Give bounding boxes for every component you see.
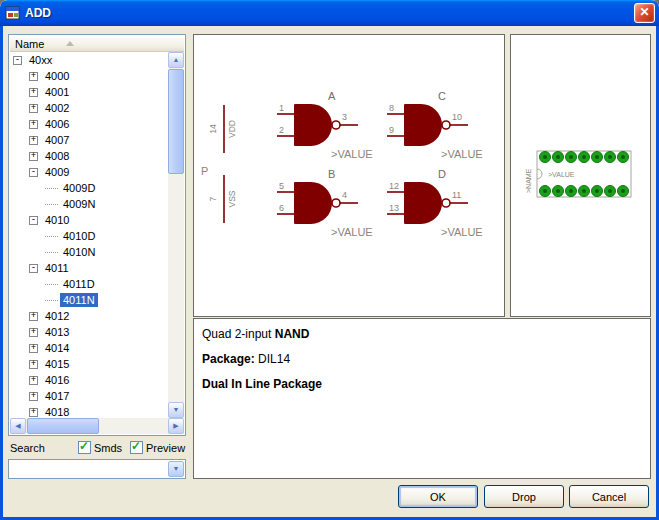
description-line-3: Dual In Line Package [202,377,642,391]
tree-item-4010D[interactable]: 4010D [10,228,168,244]
tree-item-label[interactable]: 4010 [42,213,72,227]
expand-toggle-icon[interactable]: + [29,120,38,129]
tree-item-4007[interactable]: +4007 [10,132,168,148]
tree-item-4016[interactable]: +4016 [10,372,168,388]
checkmark-icon: ✓ [131,439,141,453]
tree-item-4014[interactable]: +4014 [10,340,168,356]
tree-item-40xx[interactable]: -40xx [10,52,168,68]
tree-item-label[interactable]: 4011N [60,293,98,307]
tree-item-label[interactable]: 4013 [42,325,72,339]
ok-button[interactable]: OK [398,485,478,508]
search-combobox[interactable]: ▼ [8,459,186,479]
collapse-toggle-icon[interactable]: - [29,264,38,273]
collapse-toggle-icon[interactable]: - [29,216,38,225]
tree-item-4010N[interactable]: 4010N [10,244,168,260]
dialog-icon [5,5,21,21]
tree-item-4018[interactable]: +4018 [10,404,168,418]
pad-hole [608,155,612,159]
tree-item-label[interactable]: 4002 [42,101,72,115]
titlebar[interactable]: ADD ✕ [0,0,659,26]
tree-item-4011N[interactable]: 4011N [10,292,168,308]
svg-text:5: 5 [279,181,284,191]
expand-toggle-icon[interactable]: + [29,392,38,401]
horizontal-scrollbar[interactable]: ◀ ▶ [10,418,184,434]
pad-hole [582,155,586,159]
tree-item-label[interactable]: 4000 [42,69,72,83]
tree-item-4015[interactable]: +4015 [10,356,168,372]
vertical-scroll-thumb[interactable] [168,69,184,174]
tree-item-label[interactable]: 4009 [42,165,72,179]
tree-item-label[interactable]: 4016 [42,373,72,387]
tree-item-label[interactable]: 4008 [42,149,72,163]
collapse-toggle-icon[interactable]: - [29,168,38,177]
tree-item-label[interactable]: 4007 [42,133,72,147]
scroll-down-button[interactable]: ▼ [168,402,184,418]
expand-toggle-icon[interactable]: + [29,376,38,385]
vertical-scrollbar[interactable]: ▲ ▼ [168,52,184,418]
svg-text:A: A [328,90,336,102]
tree-item-4000[interactable]: +4000 [10,68,168,84]
tree-item-4006[interactable]: +4006 [10,116,168,132]
svg-text:>VALUE: >VALUE [331,226,373,238]
tree-item-4009N[interactable]: 4009N [10,196,168,212]
tree-item-label[interactable]: 4009D [60,181,98,195]
tree-item-label[interactable]: 4014 [42,341,72,355]
tree-item-4012[interactable]: +4012 [10,308,168,324]
tree-item-4010[interactable]: -4010 [10,212,168,228]
svg-text:6: 6 [279,203,284,213]
tree-item-4001[interactable]: +4001 [10,84,168,100]
scroll-up-button[interactable]: ▲ [168,52,184,68]
tree-item-label[interactable]: 4010D [60,229,98,243]
close-button[interactable]: ✕ [634,3,655,23]
tree-item-label[interactable]: 40xx [26,53,55,67]
expand-toggle-icon[interactable]: + [29,344,38,353]
tree-item-label[interactable]: 4010N [60,245,98,259]
tree-item-4002[interactable]: +4002 [10,100,168,116]
column-header-name[interactable]: Name [10,36,184,52]
pad-hole [608,189,612,193]
combo-dropdown-button[interactable]: ▼ [168,461,184,477]
power-pin-symbol: 14 VDD 7 VSS P [201,105,237,223]
scroll-right-button[interactable]: ▶ [168,418,184,434]
tree-item-4009D[interactable]: 4009D [10,180,168,196]
search-input[interactable] [9,460,167,478]
drop-button[interactable]: Drop [484,485,564,508]
svg-text:9: 9 [389,125,394,135]
expand-toggle-icon[interactable]: + [29,312,38,321]
tree-item-label[interactable]: 4015 [42,357,72,371]
tree-item-label[interactable]: 4018 [42,405,72,418]
checkmark-icon: ✓ [79,439,89,453]
expand-toggle-icon[interactable]: + [29,408,38,417]
expand-toggle-icon[interactable]: + [29,88,38,97]
tree-item-label[interactable]: 4006 [42,117,72,131]
tree-item-label[interactable]: 4011 [42,261,72,275]
tree-item-label[interactable]: 4012 [42,309,72,323]
expand-toggle-icon[interactable]: + [29,152,38,161]
tree-item-4008[interactable]: +4008 [10,148,168,164]
pad-hole [621,189,625,193]
svg-text:7: 7 [208,196,218,201]
tree-item-label[interactable]: 4011D [60,277,98,291]
tree-item-4013[interactable]: +4013 [10,324,168,340]
collapse-toggle-icon[interactable]: - [13,56,22,65]
horizontal-scroll-thumb[interactable] [27,418,99,434]
tree-item-label[interactable]: 4001 [42,85,72,99]
smds-checkbox[interactable]: ✓ [78,441,91,454]
scroll-left-button[interactable]: ◀ [10,418,26,434]
tree-item-label[interactable]: 4017 [42,389,72,403]
tree-item-4011D[interactable]: 4011D [10,276,168,292]
tree-item-4011[interactable]: -4011 [10,260,168,276]
expand-toggle-icon[interactable]: + [29,360,38,369]
expand-toggle-icon[interactable]: + [29,328,38,337]
tree-item-4017[interactable]: +4017 [10,388,168,404]
tree-item-label[interactable]: 4009N [60,197,98,211]
preview-checkbox[interactable]: ✓ [130,441,143,454]
cancel-button[interactable]: Cancel [569,485,649,508]
expand-toggle-icon[interactable]: + [29,72,38,81]
smds-checkbox-label[interactable]: Smds [94,442,122,454]
tree-item-4009[interactable]: -4009 [10,164,168,180]
expand-toggle-icon[interactable]: + [29,104,38,113]
window-title: ADD [25,6,51,20]
preview-checkbox-label[interactable]: Preview [146,442,185,454]
expand-toggle-icon[interactable]: + [29,136,38,145]
